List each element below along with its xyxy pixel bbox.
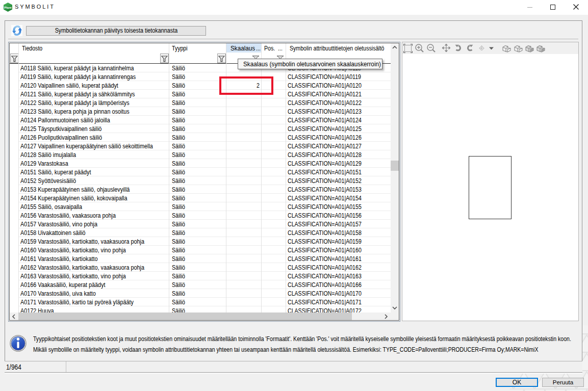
svg-text:Plant: Plant bbox=[4, 6, 12, 9]
